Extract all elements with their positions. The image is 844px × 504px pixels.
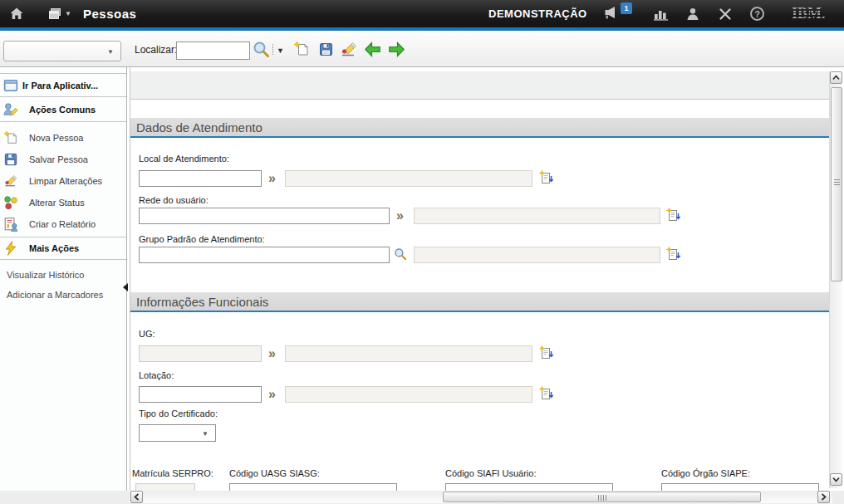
detail-menu-icon[interactable] xyxy=(666,208,681,223)
search-button[interactable] xyxy=(251,40,271,58)
sidebar-item-criar-relatorio[interactable]: Criar o Relatório xyxy=(0,213,126,235)
megaphone-icon xyxy=(601,7,621,21)
help-icon: ? xyxy=(750,7,764,21)
content-header-strip xyxy=(130,71,829,100)
save-button[interactable] xyxy=(316,40,336,58)
save-icon xyxy=(3,152,18,167)
go-to-chevron-icon[interactable]: » xyxy=(268,346,276,361)
grupo-padrao-description xyxy=(414,247,660,263)
sidebar-item-go-to-applications[interactable]: Ir Para Aplicativ... xyxy=(0,73,126,97)
scroll-left-button[interactable] xyxy=(130,491,143,503)
lotacao-description xyxy=(285,386,532,403)
detail-menu-icon[interactable] xyxy=(666,247,681,262)
sidebar-item-label: Criar o Relatório xyxy=(29,219,96,229)
rede-usuario-input[interactable] xyxy=(139,208,390,224)
detail-menu-icon[interactable] xyxy=(539,170,554,185)
sidebar-item-visualizar-historico[interactable]: Visualizar Histórico xyxy=(0,265,126,285)
query-dropdown-value xyxy=(4,46,8,56)
next-record-button[interactable] xyxy=(386,40,406,58)
sidebar-item-label: Salvar Pessoa xyxy=(29,154,88,164)
sidebar-item-salvar-pessoa[interactable]: Salvar Pessoa xyxy=(0,149,126,170)
localizar-input[interactable] xyxy=(176,42,250,60)
field-label: Local de Atendimento: xyxy=(139,154,229,164)
select-value-search-icon[interactable] xyxy=(394,247,409,262)
clear-changes-button[interactable] xyxy=(339,40,359,58)
go-to-chevron-icon[interactable]: » xyxy=(396,208,404,223)
field-label: Matrícula SERPRO: xyxy=(132,468,213,478)
sidebar-section-more-actions[interactable]: Mais Ações xyxy=(0,237,126,260)
reports-button[interactable] xyxy=(653,0,670,27)
search-options-caret-icon[interactable]: ▼ xyxy=(277,46,284,55)
field-label: Código UASG SIASG: xyxy=(229,468,320,478)
localizar-label: Localizar: xyxy=(135,44,177,56)
main-content: Dados de Atendimento Local de Atendiment… xyxy=(130,67,829,492)
help-button[interactable]: ? xyxy=(750,0,764,27)
logout-button[interactable] xyxy=(718,0,733,27)
new-record-button[interactable] xyxy=(292,40,312,58)
home-icon xyxy=(9,7,24,21)
detail-menu-icon[interactable] xyxy=(539,386,554,401)
sidebar: Ir Para Aplicativ... Ações Comuns Nova P… xyxy=(0,67,127,491)
sidebar-item-label: Limpar Alterações xyxy=(29,176,102,186)
scroll-down-button[interactable] xyxy=(830,473,842,486)
application-toolbar: ▼ Localizar: ▼ xyxy=(0,31,844,67)
sidebar-item-adicionar-marcadores[interactable]: Adicionar a Marcadores xyxy=(0,285,126,305)
horizontal-scrollbar-thumb[interactable] xyxy=(443,492,761,502)
search-icon xyxy=(253,41,270,58)
arrow-left-icon xyxy=(364,42,381,57)
rede-usuario-description xyxy=(414,208,660,224)
applications-caret-icon: ▼ xyxy=(65,10,71,17)
sidebar-item-label: Ir Para Aplicativ... xyxy=(22,81,98,91)
chevron-right-icon xyxy=(821,493,827,501)
sidebar-item-limpar-alteracoes[interactable]: Limpar Alterações xyxy=(0,170,126,192)
sidebar-item-nova-pessoa[interactable]: Nova Pessoa xyxy=(0,127,126,149)
vertical-scrollbar[interactable] xyxy=(829,71,842,488)
sidebar-section-common-actions[interactable]: Ações Comuns xyxy=(0,97,126,122)
vertical-scrollbar-thumb[interactable] xyxy=(831,87,842,281)
detail-menu-icon[interactable] xyxy=(539,345,554,360)
local-atendimento-input[interactable] xyxy=(139,170,262,187)
thumb-grip xyxy=(834,179,840,186)
profile-button[interactable] xyxy=(685,0,700,27)
select-caret-icon: ▼ xyxy=(202,430,209,438)
chevron-down-icon xyxy=(832,477,840,482)
sidebar-section-label: Ações Comuns xyxy=(29,105,96,115)
application-window: ▼ Pessoas DEMONSTRAÇÃO 1 xyxy=(0,0,844,504)
environment-label: DEMONSTRAÇÃO xyxy=(488,7,587,20)
horizontal-scrollbar[interactable] xyxy=(130,491,832,503)
notification-badge: 1 xyxy=(621,2,632,14)
brand-container: IBM. xyxy=(792,0,826,27)
toolbar-separator xyxy=(272,44,273,55)
previous-record-button[interactable] xyxy=(362,40,382,58)
environment-label-container: DEMONSTRAÇÃO xyxy=(488,0,587,27)
section-header-informacoes-funcionais: Informações Funcionais xyxy=(130,292,829,312)
field-label: UG: xyxy=(139,329,155,339)
pencil-eraser-icon xyxy=(3,174,18,188)
report-person-icon xyxy=(3,217,18,232)
announcements-button[interactable] xyxy=(601,0,621,27)
sidebar-item-alterar-status[interactable]: Alterar Status xyxy=(0,192,126,213)
chevron-up-icon xyxy=(832,75,840,81)
section-header-dados-atendimento: Dados de Atendimento xyxy=(130,118,829,138)
new-document-icon xyxy=(3,130,18,145)
section-title: Dados de Atendimento xyxy=(136,120,263,135)
sidebar-collapse-handle[interactable] xyxy=(123,283,128,291)
scroll-right-button[interactable] xyxy=(817,491,830,503)
pencil-eraser-icon xyxy=(340,42,358,57)
field-label: Rede do usuário: xyxy=(139,195,209,205)
sidebar-item-label: Adicionar a Marcadores xyxy=(7,290,103,300)
grupo-padrao-input[interactable] xyxy=(139,247,390,263)
tipo-certificado-select[interactable]: ▼ xyxy=(139,424,216,442)
go-to-chevron-icon[interactable]: » xyxy=(268,387,276,402)
section-title: Informações Funcionais xyxy=(136,295,268,309)
query-dropdown[interactable]: ▼ xyxy=(3,41,121,61)
field-label: Código Órgão SIAPE: xyxy=(661,468,750,478)
field-label: Grupo Padrão de Atendimento: xyxy=(139,234,265,244)
ug-description xyxy=(285,345,532,362)
lotacao-input[interactable] xyxy=(139,386,262,403)
applications-menu-button[interactable]: ▼ xyxy=(47,0,71,27)
applications-icon xyxy=(47,7,62,21)
go-to-chevron-icon[interactable]: » xyxy=(268,171,276,186)
home-button[interactable] xyxy=(9,0,24,27)
scroll-up-button[interactable] xyxy=(830,71,842,84)
